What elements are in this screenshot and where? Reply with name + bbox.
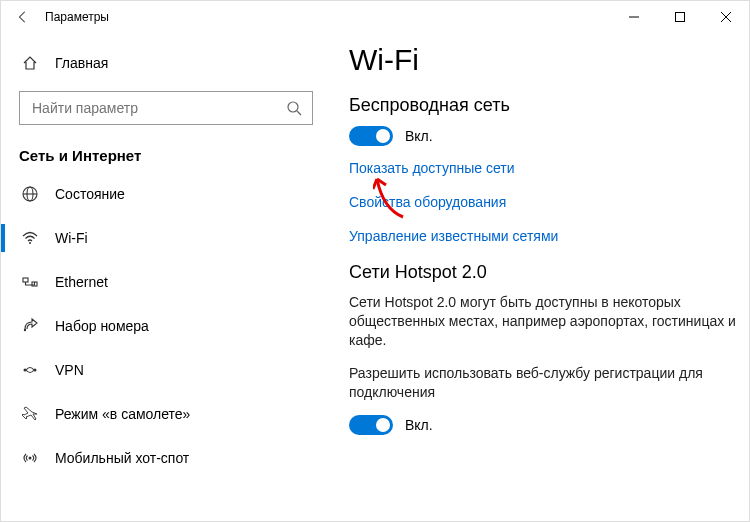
link-show-available[interactable]: Показать доступные сети xyxy=(349,160,739,176)
hotspot-icon xyxy=(21,449,39,467)
link-hardware-props[interactable]: Свойства оборудования xyxy=(349,194,739,210)
maximize-button[interactable] xyxy=(657,1,703,33)
globe-icon xyxy=(21,185,39,203)
hotspot-section-title: Сети Hotspot 2.0 xyxy=(349,262,739,283)
vpn-icon xyxy=(21,361,39,379)
sidebar-item-vpn[interactable]: VPN xyxy=(1,348,331,392)
sidebar-item-ethernet[interactable]: Ethernet xyxy=(1,260,331,304)
sidebar-item-label: Ethernet xyxy=(55,274,108,290)
wifi-icon xyxy=(21,229,39,247)
window-title: Параметры xyxy=(45,10,109,24)
search-box[interactable] xyxy=(19,91,313,125)
sidebar-item-label: Wi-Fi xyxy=(55,230,88,246)
hotspot-description: Сети Hotspot 2.0 могут быть доступны в н… xyxy=(349,293,739,350)
svg-point-10 xyxy=(24,329,26,331)
hotspot-allow-text: Разрешить использовать веб-службу регист… xyxy=(349,364,739,402)
hotspot-toggle[interactable] xyxy=(349,415,393,435)
sidebar-item-status[interactable]: Состояние xyxy=(1,172,331,216)
sidebar-home-label: Главная xyxy=(55,55,108,71)
svg-point-2 xyxy=(288,102,298,112)
sidebar: Главная Сеть и Интернет Состояние xyxy=(1,33,331,521)
sidebar-item-label: Мобильный хот-спот xyxy=(55,450,189,466)
sidebar-item-label: Состояние xyxy=(55,186,125,202)
sidebar-item-wifi[interactable]: Wi-Fi xyxy=(1,216,331,260)
home-icon xyxy=(21,55,39,71)
sidebar-item-label: Набор номера xyxy=(55,318,149,334)
minimize-button[interactable] xyxy=(611,1,657,33)
sidebar-item-airplane[interactable]: Режим «в самолете» xyxy=(1,392,331,436)
sidebar-item-dialup[interactable]: Набор номера xyxy=(1,304,331,348)
svg-line-3 xyxy=(297,111,301,115)
link-known-networks[interactable]: Управление известными сетями xyxy=(349,228,739,244)
svg-rect-1 xyxy=(676,13,685,22)
sidebar-item-hotspot[interactable]: Мобильный хот-спот xyxy=(1,436,331,480)
sidebar-item-label: VPN xyxy=(55,362,84,378)
back-button[interactable] xyxy=(9,1,37,33)
ethernet-icon xyxy=(21,273,39,291)
svg-rect-8 xyxy=(23,278,28,282)
dialup-icon xyxy=(21,317,39,335)
page-title: Wi-Fi xyxy=(349,43,739,77)
search-icon xyxy=(286,100,302,116)
sidebar-home[interactable]: Главная xyxy=(1,43,331,83)
svg-point-13 xyxy=(29,457,32,460)
wifi-toggle-label: Вкл. xyxy=(405,128,433,144)
svg-point-7 xyxy=(29,242,31,244)
close-button[interactable] xyxy=(703,1,749,33)
content-area: Wi-Fi Беспроводная сеть Вкл. Показать до… xyxy=(331,33,749,521)
wireless-section-title: Беспроводная сеть xyxy=(349,95,739,116)
hotspot-toggle-label: Вкл. xyxy=(405,417,433,433)
sidebar-item-label: Режим «в самолете» xyxy=(55,406,190,422)
wifi-toggle[interactable] xyxy=(349,126,393,146)
airplane-icon xyxy=(21,405,39,423)
sidebar-section-title: Сеть и Интернет xyxy=(1,127,331,172)
search-input[interactable] xyxy=(30,99,286,117)
